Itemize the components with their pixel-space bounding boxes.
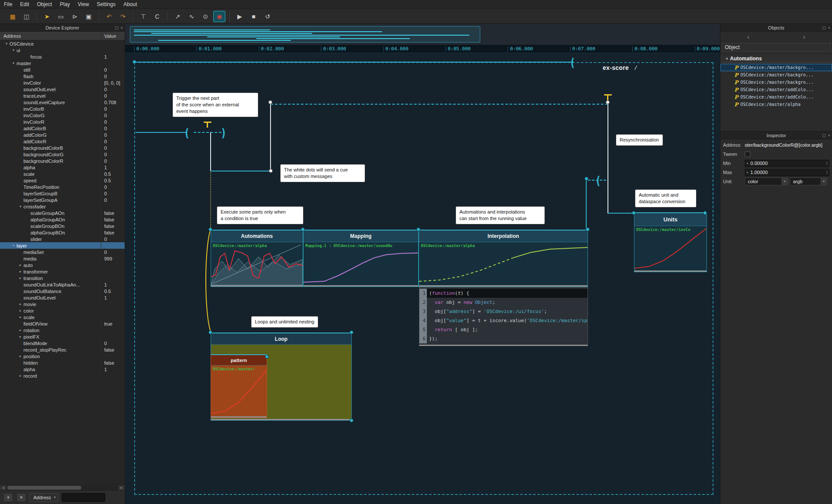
mapping-curve[interactable] (304, 242, 418, 285)
tree-row-addColorR[interactable]: addColorR0 (0, 138, 125, 145)
close-icon[interactable]: × (121, 26, 123, 30)
tree-row-scaleGroupBOn[interactable]: scaleGroupBOnfalse (0, 223, 125, 229)
mapping-rack-title[interactable]: Mapping (304, 231, 418, 242)
object-item[interactable]: POSCdevice:/master/addColo... (720, 93, 832, 101)
tree-row-media[interactable]: media999 (0, 255, 125, 262)
scroll-left-button[interactable]: ◂ (0, 485, 6, 490)
unit-subtype-combo[interactable]: argb ▾ (790, 178, 827, 185)
tree-row-layerSetGroupB[interactable]: layerSetGroupB0 (0, 190, 125, 197)
tree-row-invColorR[interactable]: invColorR0 (0, 119, 125, 125)
rack-corner-dot[interactable] (586, 227, 590, 231)
tree-row-soundOutLinkToAlphaAn...[interactable]: soundOutLinkToAlphaAn...1 (0, 281, 125, 288)
pattern-box[interactable]: pattern OSCdevice:/master/ (211, 354, 267, 418)
record-button[interactable]: ◉ (213, 11, 225, 22)
snapshot-button[interactable]: ⊙ (199, 11, 211, 22)
tree-row-traceLevel[interactable]: traceLevel0 (0, 92, 125, 99)
pattern-curve[interactable] (211, 366, 267, 416)
cue-state-dot[interactable] (269, 169, 273, 173)
pattern-box-title[interactable]: pattern (211, 355, 267, 366)
create-tool-button[interactable]: ▭ (55, 11, 67, 22)
expand-arrow-icon[interactable]: ▾ (10, 48, 17, 52)
rack-corner-dot[interactable] (632, 211, 636, 215)
js-code-editor[interactable]: 1(function(t) {2 var obj = new Object;3 … (419, 287, 588, 346)
tree-row-scale[interactable]: ▸scale (0, 314, 125, 320)
tree-row-TimeRecPosition[interactable]: TimeRecPosition0 (0, 184, 125, 190)
trigger-icon[interactable] (604, 94, 612, 100)
units-rack[interactable]: Units OSCdevice:/master/invCo (634, 212, 707, 272)
object-item[interactable]: POSCdevice:/master/addColo... (720, 86, 832, 93)
object-item[interactable]: POSCdevice:/master/backgro... (720, 64, 832, 71)
rack-corner-dot[interactable] (265, 355, 269, 359)
collapse-arrow-icon[interactable]: ▸ (17, 354, 23, 358)
tree-row-invColorG[interactable]: invColorG0 (0, 112, 125, 119)
float-icon[interactable]: ▢ (822, 133, 826, 138)
mapping-rack-body[interactable]: Mapping.1 : OSCdevice:/master/soundOu (304, 242, 418, 287)
menu-about[interactable]: About (119, 0, 141, 8)
tree-row-addColorB[interactable]: addColorB0 (0, 125, 125, 132)
tree-row-record[interactable]: ▸record (0, 372, 125, 379)
interpolation-rack[interactable]: Interpolation OSCdevice:/master/alpha (419, 230, 588, 287)
object-item[interactable]: POSCdevice:/master/backgro... (720, 79, 832, 86)
remove-address-button[interactable]: × (17, 493, 26, 502)
close-icon[interactable]: × (828, 26, 830, 30)
tree-row-rotation[interactable]: ▸rotation (0, 327, 125, 333)
units-curve[interactable] (634, 226, 707, 270)
menu-view[interactable]: View (74, 0, 93, 8)
windows-layout-button[interactable]: ▦ (7, 11, 19, 22)
tree-row-OSCdevice[interactable]: ▾OSCdevice (0, 40, 125, 47)
collapse-arrow-icon[interactable]: ▸ (17, 309, 23, 313)
units-rack-title[interactable]: Units (634, 213, 707, 226)
automation-rack[interactable]: Automations OSCdevice:/master/alpha (211, 230, 303, 287)
curve-edit-button[interactable]: ∿ (185, 11, 198, 22)
undo-button[interactable]: ↶ (103, 11, 115, 22)
collapse-arrow-icon[interactable]: ▸ (17, 374, 23, 378)
redo-button[interactable]: ↷ (117, 11, 129, 22)
menu-edit[interactable]: Edit (16, 0, 33, 8)
interpolation-curve[interactable] (419, 242, 588, 285)
tree-row-soundOutBalance[interactable]: soundOutBalance0.5 (0, 288, 125, 294)
tree-row-focus[interactable]: focus1 (0, 53, 125, 60)
unit-combo[interactable]: color ▾ (745, 178, 788, 185)
objects-next-button[interactable]: › (776, 33, 832, 41)
tree-row-slider[interactable]: slider0 (0, 236, 125, 242)
time-ruler[interactable]: 0:00.0000:01.0000:02.0000:03.0000:04.000… (125, 45, 720, 53)
spin-down-icon[interactable]: ▾ (826, 163, 828, 165)
scrollbar-track[interactable] (7, 485, 118, 490)
tree-row-fieldOfView[interactable]: fieldOfViewtrue (0, 320, 125, 327)
play-button[interactable]: ▶ (234, 11, 246, 22)
rack-corner-dot[interactable] (208, 330, 212, 334)
scenario-area[interactable]: ( ex-score/ ( ) (125, 53, 720, 504)
tree-row-record_stopPlayRec[interactable]: record_stopPlayRecfalse (0, 346, 125, 353)
expand-arrow-icon[interactable]: ▾ (3, 42, 10, 46)
scroll-right-button[interactable]: ▸ (119, 485, 124, 490)
tree-row-backgroundColorR[interactable]: backgroundColorR0 (0, 158, 125, 164)
tree-row-alphaGroupAOn[interactable]: alphaGroupAOnfalse (0, 216, 125, 223)
address-tree[interactable]: ▾OSCdevice▾uifocus1▾masterstill0flash0in… (0, 40, 125, 484)
collapse-arrow-icon[interactable]: ▸ (17, 263, 23, 267)
units-rack-body[interactable]: OSCdevice:/master/invCo (634, 226, 707, 272)
tree-row-alphaGroupBOn[interactable]: alphaGroupBOnfalse (0, 229, 125, 236)
menu-object[interactable]: Object (33, 0, 56, 8)
tree-row-ui[interactable]: ▾ui (0, 47, 125, 53)
tree-row-layer[interactable]: ▾layer (0, 242, 125, 249)
scrollbar-thumb[interactable] (7, 486, 81, 490)
tree-row-alpha[interactable]: alpha1 (0, 164, 125, 171)
reinitialize-button[interactable]: ↺ (261, 11, 274, 22)
tree-row-soundOutLevel[interactable]: soundOutLevel1 (0, 294, 125, 301)
expand-arrow-icon[interactable]: ▾ (10, 244, 17, 247)
rack-corner-dot[interactable] (301, 227, 305, 231)
automations-group-header[interactable]: ▾ Automations (720, 55, 832, 63)
tree-row-soundLevelCapture[interactable]: soundLevelCapture0.708 (0, 99, 125, 105)
rack-corner-dot[interactable] (208, 227, 212, 231)
add-address-button[interactable]: + (3, 493, 13, 502)
address-value[interactable]: ster/backgroundColorR@[color.argb] (745, 142, 822, 148)
object-item[interactable]: POSCdevice:/master/alpha (720, 101, 832, 108)
max-spinbox[interactable]: ▾ 1.00000 ▴▾ (745, 169, 829, 176)
min-spinbox[interactable]: ▾ 0.00000 ▴▾ (745, 160, 829, 167)
tree-row-flash[interactable]: flash0 (0, 73, 125, 79)
mapping-rack[interactable]: Mapping Mapping.1 : OSCdevice:/master/so… (303, 230, 419, 287)
collapse-arrow-icon[interactable]: ▸ (17, 270, 23, 273)
tree-row-auto[interactable]: ▸auto (0, 262, 125, 268)
tree-row-backgroundColorB[interactable]: backgroundColorB0 (0, 145, 125, 151)
collapse-arrow-icon[interactable]: ▸ (17, 315, 23, 319)
